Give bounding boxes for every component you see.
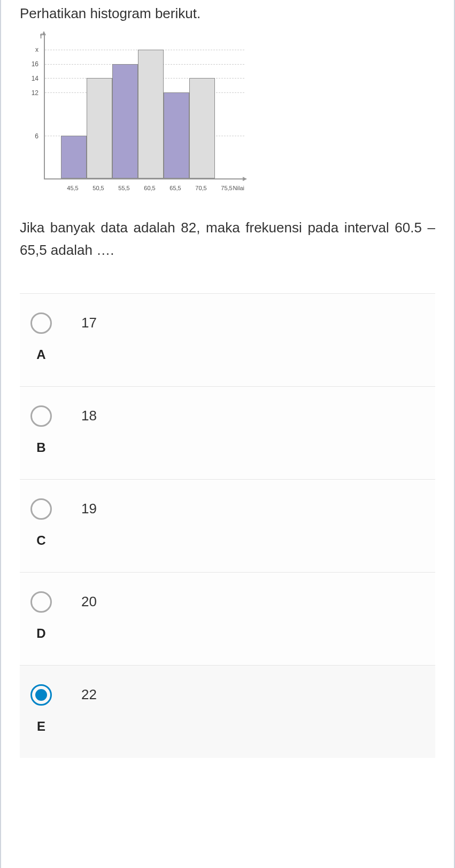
bar-3: [112, 64, 138, 178]
histogram-chart: f x 16 14 12 6 45,5: [20, 35, 244, 196]
x-axis-arrow: [243, 177, 247, 181]
x-labels: 45,5 50,5 55,5 60,5 65,5 70,5 75,5: [44, 185, 244, 191]
bar-1: [61, 136, 87, 178]
options-list: A 17 B 18 C 19 D 20: [20, 293, 435, 758]
option-letter: B: [36, 440, 45, 455]
bar-2: [87, 78, 112, 178]
y-tick: x: [35, 46, 38, 53]
y-axis: x 16 14 12 6: [20, 35, 41, 179]
y-tick: 14: [32, 75, 38, 82]
x-tick: 70,5: [188, 185, 214, 191]
x-tick: 55,5: [111, 185, 137, 191]
radio-a[interactable]: [30, 312, 52, 334]
option-b[interactable]: B 18: [20, 386, 435, 479]
bar-6: [189, 78, 215, 178]
option-d[interactable]: D 20: [20, 572, 435, 665]
option-text: 18: [81, 405, 97, 424]
bars-group: [61, 35, 244, 178]
x-tick: 60,5: [137, 185, 163, 191]
option-a[interactable]: A 17: [20, 293, 435, 386]
option-letter: D: [36, 626, 45, 641]
x-axis-label: Nilai: [233, 185, 244, 191]
option-text: 17: [81, 312, 97, 331]
radio-d[interactable]: [30, 591, 52, 613]
option-text: 20: [81, 591, 97, 610]
y-axis-arrow: [42, 31, 46, 35]
option-letter: A: [36, 347, 45, 362]
bar-4: [138, 50, 164, 178]
radio-e[interactable]: [30, 684, 52, 706]
x-tick: 65,5: [163, 185, 188, 191]
y-tick: 12: [32, 89, 38, 97]
question-intro: Perhatikan histogram berikut.: [20, 0, 435, 22]
chart-plot-area: [44, 35, 244, 179]
option-c[interactable]: C 19: [20, 479, 435, 572]
radio-b[interactable]: [30, 405, 52, 427]
option-text: 19: [81, 498, 97, 517]
y-tick: 6: [35, 132, 38, 140]
x-tick: 45,5: [60, 185, 86, 191]
x-tick: 50,5: [86, 185, 111, 191]
bar-5: [164, 92, 189, 178]
option-e[interactable]: E 22: [20, 665, 435, 758]
quiz-container: Perhatikan histogram berikut. f x 16 14 …: [0, 0, 455, 868]
y-tick: 16: [32, 60, 38, 68]
option-letter: E: [37, 719, 45, 734]
question-text: Jika banyak data adalah 82, maka frekuen…: [20, 217, 435, 261]
option-letter: C: [36, 533, 45, 548]
option-text: 22: [81, 684, 97, 703]
radio-c[interactable]: [30, 498, 52, 520]
